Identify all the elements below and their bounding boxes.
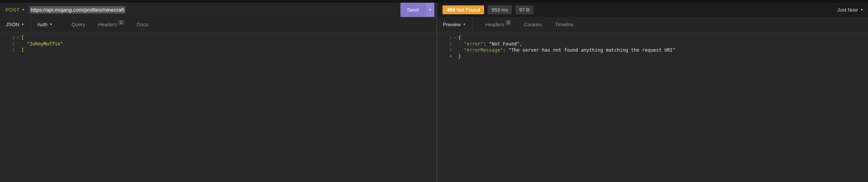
- tab-count-badge: 6: [505, 20, 511, 25]
- history-label: Just Now: [837, 7, 858, 13]
- token-plain: }: [458, 54, 461, 59]
- chevron-down-icon: ▾: [50, 23, 52, 26]
- send-dropdown-button[interactable]: ▾: [425, 3, 434, 17]
- status-text: Not Found: [457, 7, 480, 13]
- url-input[interactable]: https://api.mojang.com/profiles/minecraf…: [30, 3, 400, 17]
- size-badge: 97 B: [515, 5, 533, 14]
- code-line: 1▾{: [437, 35, 868, 41]
- token-plain: [21, 41, 27, 47]
- token-plain: "The server has not found anything match…: [508, 47, 675, 53]
- code-text: }: [458, 53, 461, 59]
- chevron-down-icon: ▾: [429, 8, 431, 12]
- auth-dropdown[interactable]: Auth ▾: [31, 17, 59, 32]
- body-type-dropdown[interactable]: JSON ▾: [0, 17, 30, 32]
- tab-label: Timeline: [555, 22, 574, 27]
- token-plain: {: [458, 35, 461, 40]
- body-type-label: JSON: [6, 22, 19, 27]
- tab-label: Query: [71, 22, 85, 27]
- chevron-down-icon: ▾: [861, 8, 863, 12]
- tab-headers[interactable]: Headers2: [98, 22, 124, 27]
- request-tab-bar: JSON ▾ Auth ▾ QueryHeaders2Docs: [0, 17, 436, 32]
- line-number: 2: [0, 41, 15, 47]
- token-string: "JohnyMuffin": [27, 41, 63, 47]
- code-line: 2 "error": "Not Found",: [437, 41, 868, 47]
- request-pane: POST ▾ https://api.mojang.com/profiles/m…: [0, 3, 436, 182]
- tab-count-badge: 2: [118, 20, 124, 25]
- tab-label: Cookies: [524, 22, 542, 27]
- token-plain: "Not Found": [489, 41, 519, 47]
- token-plain: :: [503, 47, 508, 53]
- token-key: "errorMessage": [464, 47, 503, 53]
- tab-label: Docs: [137, 22, 148, 27]
- tab-timeline[interactable]: Timeline: [555, 22, 574, 27]
- token-plain: ,: [520, 41, 522, 47]
- history-dropdown[interactable]: Just Now ▾: [836, 7, 864, 13]
- method-selector[interactable]: POST ▾: [0, 3, 27, 17]
- api-client-window: POST ▾ https://api.mojang.com/profiles/m…: [0, 0, 868, 182]
- response-meta-bar: 404Not Found 953 ms 97 B Just Now ▾: [437, 3, 868, 17]
- method-label: POST: [5, 7, 20, 13]
- line-number: 3: [437, 47, 452, 53]
- token-punct-yellow: [: [21, 35, 24, 40]
- code-text: "errorMessage": "The server has not foun…: [458, 47, 676, 53]
- chevron-down-icon: ▾: [463, 23, 465, 26]
- response-preview-viewer[interactable]: 1▾{2 "error": "Not Found",3 "errorMessag…: [437, 32, 868, 182]
- send-split-button: Send ▾: [400, 3, 434, 17]
- preview-mode-dropdown[interactable]: Preview ▾: [437, 17, 472, 32]
- request-tabs: QueryHeaders2Docs: [59, 17, 148, 32]
- response-tab-bar: Preview ▾ Headers6CookiesTimeline: [437, 17, 868, 32]
- tab-label: Headers: [485, 22, 504, 27]
- time-badge: 953 ms: [488, 5, 512, 14]
- tab-docs[interactable]: Docs: [137, 22, 148, 27]
- code-line: 1▾[: [0, 35, 436, 41]
- line-number: 1: [437, 35, 452, 41]
- fold-toggle-icon[interactable]: ▾: [452, 35, 458, 41]
- token-key: "error": [464, 41, 483, 47]
- fold-toggle-icon[interactable]: ▾: [15, 35, 21, 41]
- tab-headers[interactable]: Headers6: [485, 22, 511, 27]
- response-tabs: Headers6CookiesTimeline: [473, 17, 574, 32]
- status-badge: 404Not Found: [442, 5, 484, 14]
- code-text: {: [458, 35, 461, 41]
- tab-label: Headers: [98, 22, 117, 27]
- main-columns: POST ▾ https://api.mojang.com/profiles/m…: [0, 3, 868, 182]
- tab-query[interactable]: Query: [71, 22, 85, 27]
- code-line: 4}: [437, 53, 868, 59]
- line-number: 3: [0, 47, 15, 53]
- code-line: 3 "errorMessage": "The server has not fo…: [437, 47, 868, 53]
- token-punct-yellow: ]: [21, 47, 24, 53]
- line-number: 4: [437, 53, 452, 59]
- auth-label: Auth: [37, 22, 47, 27]
- token-plain: :: [483, 41, 489, 47]
- line-number: 2: [437, 41, 452, 47]
- chevron-down-icon: ▾: [22, 23, 24, 26]
- request-body-editor[interactable]: 1▾[2 "JohnyMuffin"3]: [0, 32, 436, 182]
- token-plain: [458, 41, 464, 47]
- send-button[interactable]: Send: [400, 3, 425, 17]
- request-url-bar: POST ▾ https://api.mojang.com/profiles/m…: [0, 3, 436, 17]
- preview-label: Preview: [443, 22, 461, 27]
- code-text: "error": "Not Found",: [458, 41, 522, 47]
- url-selected-text: https://api.mojang.com/profiles/minecraf…: [30, 6, 125, 13]
- code-line: 3]: [0, 47, 436, 53]
- response-pane: 404Not Found 953 ms 97 B Just Now ▾ Prev…: [437, 3, 868, 182]
- code-text: "JohnyMuffin": [21, 41, 63, 47]
- tab-cookies[interactable]: Cookies: [524, 22, 542, 27]
- window-top-edge: [0, 0, 868, 3]
- status-code: 404: [447, 7, 455, 13]
- line-number: 1: [0, 35, 15, 41]
- chevron-down-icon: ▾: [22, 8, 24, 12]
- code-line: 2 "JohnyMuffin": [0, 41, 436, 47]
- code-text: [: [21, 35, 24, 41]
- code-text: ]: [21, 47, 24, 53]
- token-plain: [458, 47, 464, 53]
